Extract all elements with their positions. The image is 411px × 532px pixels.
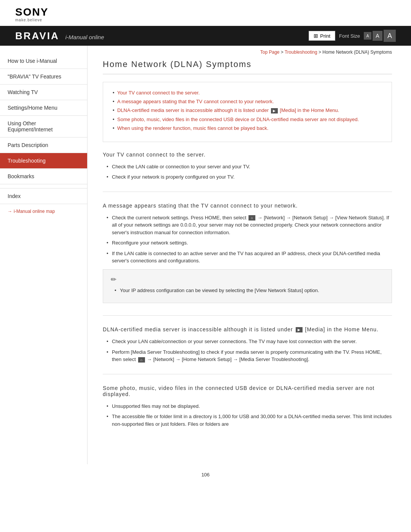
font-size-large-button[interactable]: A [384, 30, 396, 42]
summary-item-1: Your TV cannot connect to the server. [113, 90, 382, 96]
summary-link-1[interactable]: Your TV cannot connect to the server. [117, 90, 200, 96]
breadcrumb: Top Page > Troubleshooting > Home Networ… [103, 50, 392, 55]
home-icon-1: ⌂ [249, 215, 255, 220]
summary-box: Your TV cannot connect to the server. A … [103, 82, 392, 142]
media-icon: ▶ [271, 108, 278, 113]
sidebar-item-how-to-use[interactable]: How to Use i-Manual [0, 53, 87, 69]
home-icon-2: ⌂ [138, 357, 145, 363]
sidebar-item-index[interactable]: Index [0, 188, 87, 204]
sony-logo: SONY make.believe [15, 7, 396, 22]
section-files-not-displayed: Some photo, music, video files in the co… [103, 385, 392, 439]
summary-link-3[interactable]: DLNA-certified media server is inaccessi… [117, 107, 339, 113]
section3-title: DLNA-certified media server is inaccessi… [103, 326, 392, 332]
sony-tagline: make.believe [15, 18, 396, 22]
font-size-buttons: A A A [364, 30, 396, 42]
section4-bullets: Unsupported files may not be displayed. … [107, 403, 392, 428]
section4-bullet-1: Unsupported files may not be displayed. [107, 403, 392, 410]
bravia-bar: BRAVIA i-Manual online ⊞ Print Font Size… [0, 26, 411, 46]
breadcrumb-top-page[interactable]: Top Page [260, 50, 280, 55]
font-size-small-button[interactable]: A [364, 32, 371, 40]
section4-title: Some photo, music, video files in the co… [103, 385, 392, 397]
font-size-medium-button[interactable]: A [373, 31, 382, 41]
print-label: Print [320, 33, 330, 39]
summary-link-4[interactable]: Some photo, music, video files in the co… [117, 117, 359, 122]
media-icon-2: ▶ [296, 327, 303, 332]
page-number: 106 [0, 464, 411, 485]
page-title: Home Network (DLNA) Symptoms [103, 59, 392, 74]
sidebar: How to Use i-Manual "BRAVIA" TV Features… [0, 46, 88, 464]
sidebar-item-other-equipment[interactable]: Using Other Equipment/Internet [0, 116, 87, 137]
sidebar-item-bravia-features[interactable]: "BRAVIA" TV Features [0, 69, 87, 85]
section2-bullet-2: Reconfigure your network settings. [107, 239, 392, 247]
section1-bullet-1: Check the LAN cable or connection to you… [107, 163, 392, 171]
note-box: ✏ Your IP address configuration can be v… [103, 269, 392, 304]
section2-bullet-1: Check the current network settings. Pres… [107, 214, 392, 236]
sidebar-item-parts[interactable]: Parts Description [0, 137, 87, 153]
map-link-text: i-Manual online map [14, 209, 55, 214]
section1-bullets: Check the LAN cable or connection to you… [107, 163, 392, 181]
summary-item-4: Some photo, music, video files in the co… [113, 117, 382, 122]
sony-brand-text: SONY [15, 7, 396, 18]
sidebar-item-settings[interactable]: Settings/Home Menu [0, 100, 87, 116]
note-list: Your IP address configuration can be vie… [115, 287, 384, 294]
note-icon: ✏ [111, 275, 384, 284]
imanual-map-link[interactable]: → i-Manual online map [0, 204, 87, 219]
section2-title: A message appears stating that the TV ca… [103, 203, 392, 209]
summary-link-5[interactable]: When using the renderer function, music … [117, 125, 268, 131]
summary-item-5: When using the renderer function, music … [113, 125, 382, 131]
main-layout: How to Use i-Manual "BRAVIA" TV Features… [0, 46, 411, 464]
print-button[interactable]: ⊞ Print [309, 31, 335, 41]
section3-bullet-1: Check your LAN cable/connection or your … [107, 338, 392, 345]
bravia-subtitle: i-Manual online [65, 34, 104, 40]
summary-item-2: A message appears stating that the TV ca… [113, 99, 382, 104]
section-message-appears: A message appears stating that the TV ca… [103, 203, 392, 316]
section-tv-cannot-connect: Your TV cannot connect to the server. Ch… [103, 152, 392, 192]
arrow-icon: → [8, 209, 12, 214]
section2-bullets: Check the current network settings. Pres… [107, 214, 392, 265]
section1-bullet-2: Check if your network is properly config… [107, 173, 392, 181]
breadcrumb-current: Home Network (DLNA) Symptoms [322, 50, 392, 55]
breadcrumb-sep1: > [281, 50, 285, 55]
breadcrumb-sep2: > [319, 50, 322, 55]
section3-bullets: Check your LAN cable/connection or your … [107, 338, 392, 363]
sidebar-item-troubleshooting[interactable]: Troubleshooting [0, 153, 87, 169]
sidebar-item-watching-tv[interactable]: Watching TV [0, 85, 87, 100]
print-icon: ⊞ [314, 33, 318, 39]
note-item-1: Your IP address configuration can be vie… [115, 287, 384, 294]
section4-bullet-2: The accessible file or folder limit in a… [107, 413, 392, 428]
breadcrumb-troubleshooting[interactable]: Troubleshooting [285, 50, 317, 55]
bravia-right: ⊞ Print Font Size A A A [309, 30, 396, 42]
sidebar-item-bookmarks[interactable]: Bookmarks [0, 169, 87, 184]
section3-bullet-2: Perform [Media Server Troubleshooting] t… [107, 348, 392, 363]
bravia-left: BRAVIA i-Manual online [15, 30, 104, 42]
summary-link-2[interactable]: A message appears stating that the TV ca… [117, 99, 274, 104]
summary-item-3: DLNA-certified media server is inaccessi… [113, 107, 382, 113]
summary-list: Your TV cannot connect to the server. A … [113, 90, 382, 131]
section1-title: Your TV cannot connect to the server. [103, 152, 392, 158]
bravia-logo: BRAVIA [15, 30, 59, 42]
content-area: Top Page > Troubleshooting > Home Networ… [88, 46, 411, 464]
top-header: SONY make.believe [0, 0, 411, 26]
section-dlna-inaccessible: DLNA-certified media server is inaccessi… [103, 326, 392, 374]
font-size-label: Font Size [339, 33, 360, 39]
section2-bullet-3: If the LAN cable is connected to an acti… [107, 250, 392, 265]
